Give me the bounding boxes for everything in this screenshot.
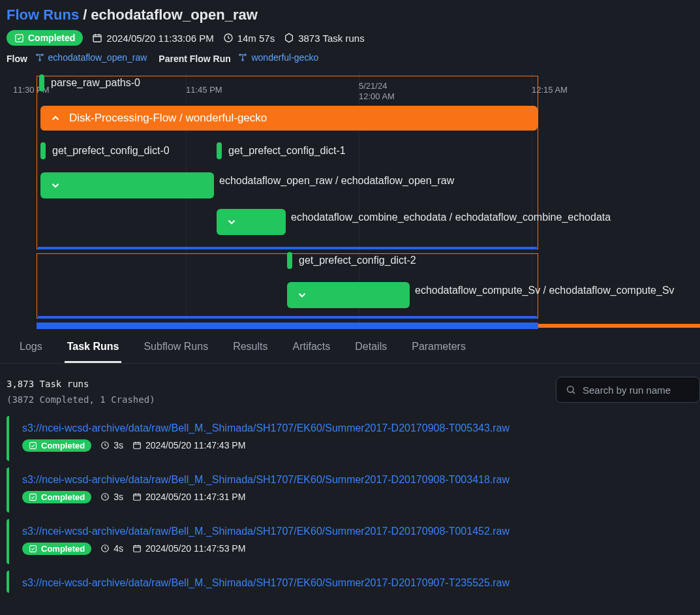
tab-artifacts[interactable]: Artifacts	[293, 341, 331, 363]
task-run-list: s3://ncei-wcsd-archive/data/raw/Bell_M._…	[0, 416, 700, 593]
svg-rect-1	[93, 35, 101, 42]
clock-icon	[100, 441, 110, 450]
task-run-name-link[interactable]: s3://ncei-wcsd-archive/data/raw/Bell_M._…	[22, 422, 510, 434]
subflow-compute-sv-bar[interactable]	[287, 282, 410, 308]
tab-parameters[interactable]: Parameters	[412, 341, 466, 363]
subflow-combine-echodata-label[interactable]: echodataflow_combine_echodata / echodata…	[291, 212, 611, 223]
calendar-icon	[92, 33, 102, 43]
task-run-duration: 3s	[100, 440, 123, 450]
svg-rect-13	[30, 494, 37, 500]
svg-rect-10	[30, 442, 37, 449]
flow-label: Flow	[7, 54, 27, 64]
parent-flow-link[interactable]: wonderful-gecko	[238, 52, 318, 63]
status-pip-icon	[287, 252, 292, 269]
search-icon	[566, 385, 576, 395]
svg-rect-16	[30, 545, 37, 552]
check-icon	[29, 544, 37, 553]
task-run-timestamp: 2024/05/20 11:47:31 PM	[132, 492, 245, 502]
status-pip-icon	[40, 142, 46, 159]
search-box[interactable]	[556, 377, 700, 403]
svg-rect-15	[134, 494, 141, 500]
calendar-icon	[132, 441, 142, 450]
svg-rect-12	[134, 443, 141, 449]
task-run-count: 3,873 Task runs (3872 Completed, 1 Crash…	[7, 377, 155, 408]
subflow-open-raw-bar[interactable]	[40, 172, 214, 198]
svg-point-5	[38, 59, 40, 61]
tab-task-runs[interactable]: Task Runs	[67, 341, 119, 363]
task-run-name-link[interactable]: s3://ncei-wcsd-archive/data/raw/Bell_M._…	[22, 474, 510, 485]
chevron-down-icon	[50, 180, 61, 191]
run-duration: 14m 57s	[223, 33, 275, 44]
subflow-compute-sv-label[interactable]: echodataflow_compute_Sv / echodataflow_c…	[415, 285, 675, 296]
run-taskcount: 3873 Task runs	[284, 33, 364, 44]
task-run-duration: 4s	[100, 543, 123, 554]
task-run-card[interactable]: s3://ncei-wcsd-archive/data/raw/Bell_M._…	[7, 467, 700, 512]
svg-point-3	[36, 54, 37, 55]
tab-results[interactable]: Results	[233, 341, 267, 363]
subflow-combine-echodata-bar[interactable]	[217, 209, 286, 235]
check-icon	[14, 33, 24, 43]
task-run-duration: 3s	[100, 492, 123, 502]
task-parse-raw-paths[interactable]: parse_raw_paths-0	[39, 74, 140, 91]
status-badge: Completed	[22, 543, 91, 555]
chevron-down-icon	[296, 289, 308, 301]
svg-point-8	[242, 59, 243, 61]
nodes-icon	[238, 53, 247, 62]
calendar-icon	[132, 492, 142, 501]
chevron-up-icon	[50, 112, 61, 124]
svg-point-9	[568, 386, 573, 392]
nodes-icon	[35, 53, 44, 62]
task-run-timestamp: 2024/05/20 11:47:53 PM	[132, 543, 245, 554]
status-pip-icon	[39, 74, 44, 91]
gantt-timeline[interactable]: 11:30 PM 11:45 PM 5/21/24 12:00 AM 12:15…	[0, 72, 700, 329]
flow-link[interactable]: echodataflow_open_raw	[35, 52, 147, 63]
run-datetime: 2024/05/20 11:33:06 PM	[92, 33, 213, 44]
task-get-prefect-config-dict-1[interactable]: get_prefect_config_dict-1	[217, 142, 346, 159]
status-badge: Completed	[22, 439, 91, 452]
task-run-card[interactable]: s3://ncei-wcsd-archive/data/raw/Bell_M._…	[7, 519, 700, 564]
tab-subflow-runs[interactable]: Subflow Runs	[144, 341, 208, 363]
parent-flow-label: Parent Flow Run	[159, 54, 230, 64]
svg-point-6	[239, 54, 241, 55]
task-run-name-link[interactable]: s3://ncei-wcsd-archive/data/raw/Bell_M._…	[22, 526, 510, 537]
svg-point-4	[41, 54, 42, 55]
clock-icon	[100, 492, 110, 501]
breadcrumb: Flow Runs / echodataflow_open_raw	[7, 7, 693, 24]
calendar-icon	[132, 544, 142, 553]
task-get-prefect-config-dict-0[interactable]: get_prefect_config_dict-0	[40, 142, 170, 159]
subflow-header[interactable]: Disk-Processing-Flow / wonderful-gecko	[40, 106, 538, 131]
task-run-name-link[interactable]: s3://ncei-wcsd-archive/data/raw/Bell_M._…	[22, 577, 510, 588]
svg-point-7	[245, 54, 246, 55]
clock-icon	[223, 33, 234, 43]
clock-icon	[100, 544, 110, 553]
task-run-timestamp: 2024/05/20 11:47:43 PM	[132, 440, 245, 450]
chevron-down-icon	[226, 216, 237, 228]
tab-logs[interactable]: Logs	[20, 341, 42, 363]
svg-rect-18	[134, 546, 141, 552]
task-get-prefect-config-dict-2[interactable]: get_prefect_config_dict-2	[287, 252, 416, 269]
status-pip-icon	[217, 142, 222, 159]
svg-rect-0	[16, 34, 23, 41]
search-input[interactable]	[583, 385, 690, 396]
breadcrumb-sep: /	[83, 7, 87, 24]
status-badge: Completed	[7, 30, 83, 46]
tab-details[interactable]: Details	[355, 341, 387, 363]
task-run-card[interactable]: s3://ncei-wcsd-archive/data/raw/Bell_M._…	[7, 571, 700, 593]
tabs: Logs Task Runs Subflow Runs Results Arti…	[0, 329, 700, 364]
task-run-card[interactable]: s3://ncei-wcsd-archive/data/raw/Bell_M._…	[7, 416, 700, 461]
status-text: Completed	[28, 33, 75, 43]
check-icon	[29, 493, 37, 501]
hexagon-icon	[284, 33, 294, 43]
subflow-open-raw-label[interactable]: echodataflow_open_raw / echodataflow_ope…	[219, 175, 454, 187]
breadcrumb-current: echodataflow_open_raw	[91, 7, 258, 24]
flow-runs-link[interactable]: Flow Runs	[7, 7, 79, 24]
status-badge: Completed	[22, 491, 91, 503]
check-icon	[29, 441, 37, 450]
